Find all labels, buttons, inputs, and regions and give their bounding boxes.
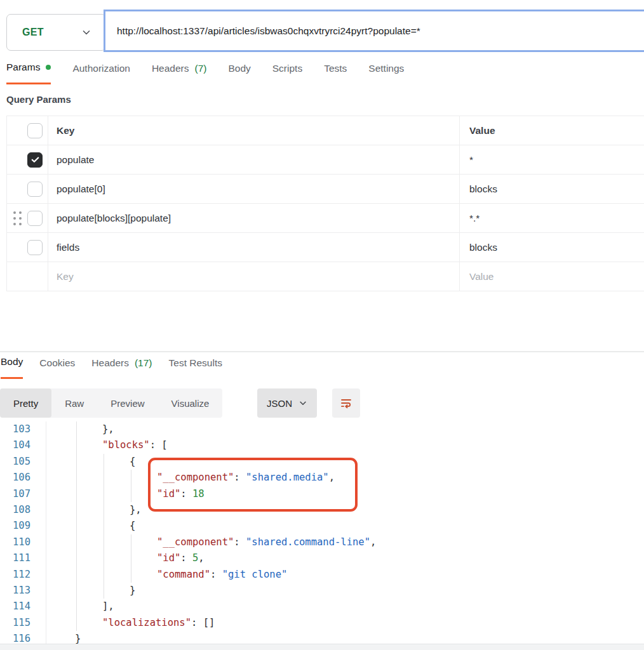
- tab-label: Settings: [368, 63, 404, 74]
- code-line-110: 110"__component": "shared.command-line",: [0, 534, 644, 550]
- code-line-107: 107"id": 18: [0, 486, 644, 502]
- checkbox-unchecked[interactable]: [27, 123, 43, 138]
- indent-guide: [104, 567, 104, 583]
- indent-guide: [131, 550, 131, 566]
- indent-guide: [76, 454, 77, 470]
- api-client-window: GET ParamsAuthorizationHeaders(7)BodyScr…: [0, 0, 644, 650]
- indent-guide: [76, 421, 77, 437]
- indent-guide: [76, 599, 77, 614]
- code-text: {: [130, 518, 135, 534]
- table-header-row: KeyValue: [7, 116, 644, 145]
- tab-count: (7): [194, 63, 206, 74]
- horizontal-scrollbar[interactable]: [0, 644, 644, 650]
- method-dropdown[interactable]: GET: [6, 14, 106, 51]
- format-dropdown[interactable]: JSON: [257, 388, 317, 418]
- indent-guide: [104, 534, 104, 550]
- code-text: ],: [102, 599, 114, 614]
- tab-tests[interactable]: Tests: [324, 62, 347, 84]
- method-label: GET: [22, 27, 44, 38]
- indent-guide: [76, 470, 77, 486]
- tab-params[interactable]: Params: [6, 62, 51, 84]
- code-text: "__component": "shared.command-line",: [157, 534, 376, 550]
- line-number: 113: [0, 583, 30, 599]
- format-label: JSON: [267, 398, 292, 409]
- indent-guide: [131, 534, 131, 550]
- tab-cookies[interactable]: Cookies: [39, 356, 75, 379]
- indent-guide: [104, 454, 104, 470]
- wrap-text-button[interactable]: [332, 388, 360, 418]
- code-line-109: 109{: [0, 518, 644, 534]
- param-key[interactable]: fields: [48, 233, 460, 262]
- code-text: "command": "git clone": [157, 567, 287, 583]
- indent-guide: [104, 518, 104, 534]
- chevron-down-icon: [81, 27, 91, 37]
- param-value[interactable]: blocks: [460, 175, 644, 203]
- section-divider: [0, 351, 644, 352]
- checkbox-cell: [7, 145, 48, 174]
- checkbox-cell: [7, 175, 48, 203]
- checkbox-cell: [7, 262, 48, 291]
- query-params-table: KeyValuepopulate*populate[0]blockspopula…: [6, 116, 644, 291]
- code-line-106: 106"__component": "shared.media",: [0, 470, 644, 486]
- line-number: 114: [0, 599, 30, 614]
- code-line-112: 112"command": "git clone": [0, 567, 644, 583]
- column-header-value: Value: [460, 116, 644, 145]
- view-mode-visualize[interactable]: Visualize: [158, 388, 223, 418]
- view-mode-preview[interactable]: Preview: [97, 388, 158, 418]
- param-value[interactable]: *.*: [460, 204, 644, 232]
- request-tabs: ParamsAuthorizationHeaders(7)BodyScripts…: [6, 62, 404, 84]
- code-line-105: 105{: [0, 454, 644, 470]
- param-key[interactable]: populate[0]: [48, 175, 460, 203]
- param-key[interactable]: populate: [48, 145, 460, 174]
- tab-headers[interactable]: Headers(7): [152, 62, 207, 84]
- line-number: 105: [0, 454, 30, 470]
- code-text: "id": 18: [157, 486, 205, 502]
- url-input-wrap: [104, 10, 644, 52]
- indent-guide: [76, 550, 77, 566]
- unsaved-changes-dot-icon: [46, 65, 51, 70]
- indent-guide: [104, 550, 104, 566]
- view-mode-raw[interactable]: Raw: [51, 388, 97, 418]
- tab-scripts[interactable]: Scripts: [272, 62, 302, 84]
- param-row: populate[blocks][populate]*.*: [7, 204, 644, 233]
- view-mode-pretty[interactable]: Pretty: [0, 388, 51, 418]
- key-input[interactable]: Key: [48, 262, 460, 291]
- code-text: "blocks": [: [102, 437, 168, 453]
- checkbox-unchecked[interactable]: [27, 182, 43, 197]
- param-value[interactable]: blocks: [460, 233, 644, 262]
- line-number: 108: [0, 502, 30, 518]
- response-view-modes: PrettyRawPreviewVisualize: [0, 388, 222, 418]
- tab-body[interactable]: Body: [228, 62, 250, 84]
- tab-label: Headers: [152, 63, 189, 74]
- tab-headers[interactable]: Headers(17): [91, 356, 152, 379]
- tab-body[interactable]: Body: [1, 356, 23, 379]
- url-input[interactable]: [105, 11, 644, 50]
- tab-label: Params: [6, 62, 40, 73]
- tab-test-results[interactable]: Test Results: [169, 356, 222, 379]
- value-input[interactable]: Value: [460, 262, 644, 291]
- code-text: "id": 5,: [157, 550, 205, 566]
- checkbox-unchecked[interactable]: [27, 240, 43, 255]
- checkbox-checked[interactable]: [27, 152, 43, 168]
- code-text: {: [130, 454, 135, 470]
- indent-guide: [76, 615, 77, 631]
- tab-authorization[interactable]: Authorization: [72, 62, 130, 84]
- indent-guide: [131, 486, 131, 502]
- checkbox-unchecked[interactable]: [27, 211, 43, 226]
- param-value[interactable]: *: [460, 145, 644, 174]
- tab-label: Headers: [91, 357, 129, 369]
- line-number: 112: [0, 567, 30, 583]
- param-key[interactable]: populate[blocks][populate]: [48, 204, 460, 232]
- tab-label: Body: [1, 356, 23, 368]
- indent-guide: [131, 470, 131, 486]
- param-row: populate*: [7, 145, 644, 175]
- response-tabs: BodyCookiesHeaders(17)Test Results: [1, 356, 222, 379]
- response-body-json: 103},104"blocks": [105{106"__component":…: [0, 421, 644, 650]
- param-row: fieldsblocks: [7, 233, 644, 262]
- tab-settings[interactable]: Settings: [368, 62, 404, 84]
- code-line-108: 108},: [0, 502, 644, 518]
- tab-label: Tests: [324, 63, 347, 74]
- code-line-103: 103},: [0, 421, 644, 437]
- tab-label: Authorization: [72, 63, 130, 74]
- drag-handle-icon[interactable]: [13, 211, 22, 225]
